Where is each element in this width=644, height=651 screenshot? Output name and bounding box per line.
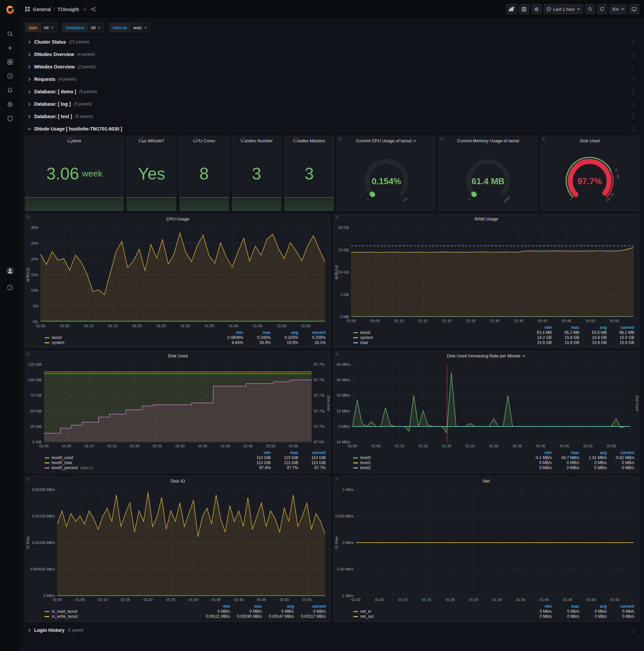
legend-series-net-out[interactable]: net_out	[353, 614, 524, 619]
apps-grid-icon[interactable]	[25, 6, 30, 12]
panel-info-icon[interactable]: i	[542, 137, 546, 141]
row-requests[interactable]: Requests(4 panels)	[25, 73, 639, 85]
panel-info-icon[interactable]: i	[68, 137, 72, 141]
legend-col-max[interactable]: max	[230, 604, 262, 609]
row-cluster-status[interactable]: Cluster Status(21 panels)	[25, 36, 639, 48]
legend-series-io-read-taosd[interactable]: io_read_taosd	[44, 609, 198, 614]
panel-info-icon[interactable]: i	[335, 477, 339, 481]
panel-title-vnodes-number[interactable]: iVNodes Number	[240, 136, 273, 145]
panel-title-disk-used[interactable]: iDisk Used	[541, 136, 639, 145]
alerting-bell-icon[interactable]	[4, 84, 17, 97]
user-avatar[interactable]	[4, 265, 17, 277]
panel-info-icon[interactable]: i	[294, 137, 298, 141]
panel-title-cpu-usage[interactable]: iCPU Usage	[25, 214, 330, 223]
row-dnodes-overview[interactable]: DNodes Overview(4 panels)	[25, 49, 639, 60]
breadcrumb-title[interactable]: TDinsight	[58, 6, 79, 12]
panel-info-icon[interactable]: i	[242, 137, 246, 141]
legend-series-level2[interactable]: level2	[353, 465, 524, 470]
panel-title-disk-io[interactable]: iDisk IO	[25, 476, 330, 486]
explore-compass-icon[interactable]	[4, 70, 17, 83]
legend-col-current[interactable]: current	[294, 604, 326, 609]
add-panel-button[interactable]	[506, 4, 517, 14]
row-database-demo[interactable]: Database: [ demo ](5 panels)	[25, 86, 639, 97]
legend-col-current[interactable]: current	[607, 604, 634, 609]
gauge[interactable]: 01638461.4 MB	[439, 145, 537, 211]
legend-series-taosd[interactable]: taosd	[353, 330, 524, 335]
server-admin-shield-icon[interactable]	[4, 112, 17, 125]
row-drag-handle[interactable]	[631, 114, 635, 119]
chart-canvas-net[interactable]: 01:0001:0501:1001:1501:2001:2501:3001:35…	[334, 486, 639, 603]
row-login-history[interactable]: Login History (1 panel)	[25, 624, 639, 636]
chart-canvas-cpu-usage[interactable]: 01:0001:0501:1001:1501:2001:2501:3001:35…	[25, 223, 330, 329]
legend-series-level0[interactable]: level0	[353, 455, 524, 460]
legend-col-avg[interactable]: avg	[262, 604, 294, 609]
row-drag-handle[interactable]	[631, 64, 635, 69]
variable-value-database[interactable]: All	[87, 23, 104, 32]
create-plus-icon[interactable]	[4, 41, 17, 54]
row-drag-handle[interactable]	[631, 89, 635, 94]
legend-col-avg[interactable]: avg	[579, 325, 607, 330]
panel-info-icon[interactable]: i	[194, 137, 198, 141]
row-database-test[interactable]: Database: [ test ](5 panels)	[25, 111, 639, 122]
legend-col-current[interactable]: current	[298, 330, 326, 335]
breadcrumb-section[interactable]: General	[33, 6, 51, 12]
legend-col-avg[interactable]: avg	[579, 450, 607, 455]
panel-info-icon[interactable]: i	[338, 137, 342, 141]
save-dashboard-button[interactable]	[519, 4, 529, 14]
dashboard-settings-button[interactable]	[531, 4, 542, 14]
dashboards-icon[interactable]	[4, 56, 17, 68]
legend-series-level0-total[interactable]: level0_total	[44, 460, 243, 465]
panel-info-icon[interactable]: i	[26, 352, 30, 356]
chart-canvas-disk-used-increasing-rate-per-minute[interactable]: 01:0001:0501:1001:1501:2001:2501:3001:35…	[334, 361, 639, 449]
time-range-picker[interactable]: Last 1 hour	[544, 4, 583, 14]
legend-col-current[interactable]: current	[298, 450, 326, 455]
panel-info-icon[interactable]: i	[335, 352, 339, 356]
panel-title-has-mnode[interactable]: iHas MNode?	[139, 136, 164, 145]
panel-title-uptime[interactable]: iUptime	[67, 136, 81, 145]
legend-col-max[interactable]: max	[552, 325, 579, 330]
row-dnode-usage[interactable]: DNode Usage [ huolinhe-TM1701:6030 ]	[25, 123, 639, 134]
legend-col-current[interactable]: current	[607, 450, 634, 455]
legend-col-avg[interactable]: avg	[579, 604, 607, 609]
zoom-out-time-button[interactable]	[585, 4, 595, 14]
row-drag-handle[interactable]	[631, 39, 635, 44]
panel-title-current-memory-usage-of-taosd[interactable]: iCurrent Memory Usage of taosd	[439, 136, 537, 145]
legend-series-level0-percent[interactable]: level0_percent(right-y)	[44, 465, 243, 470]
panel-info-icon[interactable]: i	[440, 137, 444, 141]
panel-title-disk-used[interactable]: iDisk Used	[25, 351, 330, 361]
legend-series-net-in[interactable]: net_in	[353, 609, 524, 614]
row-mnodes-overview[interactable]: MNodes Overview(2 panels)	[25, 61, 639, 72]
legend-col-min[interactable]: min	[198, 604, 230, 609]
chart-canvas-disk-used[interactable]: 01:0001:0501:1001:1501:2001:2501:3001:35…	[25, 361, 330, 449]
panel-title-vnodes-masters[interactable]: iVNodes Masters	[293, 136, 325, 145]
legend-series-total[interactable]: total	[353, 340, 524, 345]
legend-col-current[interactable]: current	[607, 325, 634, 330]
gauge[interactable]: 075809510097.7%	[541, 145, 639, 211]
row-drag-handle[interactable]	[631, 101, 635, 107]
grafana-logo[interactable]	[4, 3, 17, 16]
legend-series-level0-used[interactable]: level0_used	[44, 455, 243, 460]
legend-col-max[interactable]: max	[271, 450, 298, 455]
legend-col-max[interactable]: max	[552, 450, 579, 455]
legend-col-max[interactable]: max	[243, 330, 271, 335]
legend-series-io-write-taosd[interactable]: io_write_taosd	[44, 614, 198, 619]
share-dashboard-icon[interactable]	[91, 7, 96, 12]
row-database-log[interactable]: Database: [ log ](5 panels)	[25, 98, 639, 110]
panel-title-cpu-cores[interactable]: iCPU Cores	[193, 136, 215, 145]
variable-value-interval[interactable]: auto	[130, 23, 150, 32]
row-drag-handle[interactable]	[631, 627, 635, 633]
star-dashboard-button[interactable]: ☆	[82, 6, 88, 13]
cycle-view-mode-button[interactable]	[629, 4, 639, 14]
panel-title-disk-used-increasing-rate-per-minute[interactable]: iDisk Used Increasing Rate per Minute	[334, 351, 639, 361]
row-drag-handle[interactable]	[631, 76, 635, 82]
panel-info-icon[interactable]: i	[26, 477, 30, 481]
configuration-gear-icon[interactable]	[4, 98, 17, 111]
legend-series-system[interactable]: system	[44, 340, 216, 345]
refresh-interval-picker[interactable]: 30s	[609, 4, 627, 14]
legend-series-taosd[interactable]: taosd	[44, 335, 216, 340]
legend-col-min[interactable]: min	[524, 604, 552, 609]
legend-col-min[interactable]: min	[524, 450, 552, 455]
chart-canvas-disk-io[interactable]: 01:0001:0501:1001:1501:2001:2501:3001:35…	[25, 486, 330, 603]
panel-info-icon[interactable]: i	[335, 215, 339, 219]
legend-col-min[interactable]: min	[243, 450, 271, 455]
